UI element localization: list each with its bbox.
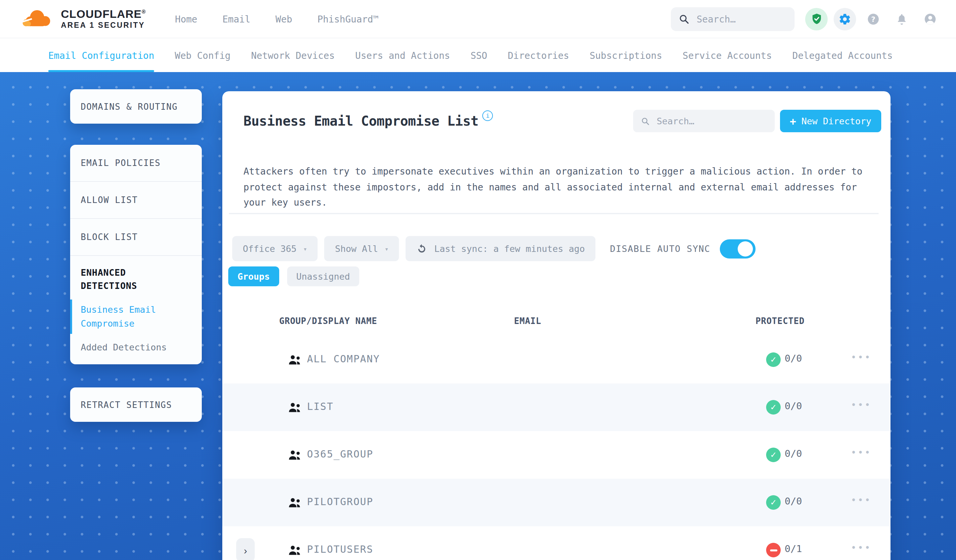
table-header: GROUP/DISPLAY NAME EMAIL PROTECTED xyxy=(222,314,890,336)
protected-count: 0/0 xyxy=(785,401,802,411)
filter-controls: Office 365 ▾ Show All ▾ Last sync: a few… xyxy=(232,236,880,261)
brand-name: CLOUDFLARE® xyxy=(61,8,146,20)
config-tab[interactable]: Service Accounts xyxy=(683,38,772,72)
enhanced-detections-title[interactable]: ENHANCED DETECTIONS xyxy=(70,266,177,292)
group-name: O365_GROUP xyxy=(307,448,373,460)
table-row[interactable]: › PILOTGROUP xyxy=(222,479,890,526)
primary-nav: HomeEmailWebPhishGuard™ xyxy=(175,14,379,24)
row-actions-ellipsis-icon[interactable]: ••• xyxy=(851,399,872,410)
check-icon: ✓ xyxy=(770,355,777,364)
last-sync-status[interactable]: Last sync: a few minutes ago xyxy=(406,236,596,261)
sidebar-item-email-policies[interactable]: EMAIL POLICIES xyxy=(70,145,202,181)
column-header-group-name: GROUP/DISPLAY NAME xyxy=(279,316,377,326)
config-tab[interactable]: Network Devices xyxy=(251,38,335,72)
sidebar-item-allow-list[interactable]: ALLOW LIST xyxy=(70,181,202,218)
auto-sync-toggle[interactable] xyxy=(720,239,755,258)
sidebar-item-retract-settings[interactable]: RETRACT SETTINGS xyxy=(70,387,202,422)
sidebar-policies-card: EMAIL POLICIES ALLOW LIST BLOCK LIST ENH… xyxy=(70,145,202,364)
config-tab[interactable]: SSO xyxy=(470,38,487,72)
sidebar-item-added-detections[interactable]: Added Detections xyxy=(70,342,202,352)
svg-text:?: ? xyxy=(871,15,876,23)
header-actions: ? xyxy=(805,8,942,30)
config-tab[interactable]: Delegated Accounts xyxy=(792,38,893,72)
column-header-email: EMAIL xyxy=(514,316,541,326)
row-actions-ellipsis-icon[interactable]: ••• xyxy=(851,542,872,553)
help-icon[interactable]: ? xyxy=(862,8,885,30)
group-name: ALL COMPANY xyxy=(307,353,380,365)
protected-count: 0/0 xyxy=(785,353,802,364)
global-search-input[interactable] xyxy=(695,13,787,25)
search-icon xyxy=(641,116,649,126)
global-search[interactable] xyxy=(671,7,794,31)
protected-status-icon: ✓ xyxy=(766,352,781,367)
protected-status-icon: ✓ xyxy=(766,495,781,510)
chevron-down-icon: ▾ xyxy=(385,245,389,252)
auto-sync-label: DISABLE AUTO SYNC xyxy=(610,243,711,254)
group-people-icon xyxy=(288,355,302,368)
view-tab[interactable]: Groups xyxy=(228,267,279,286)
settings-gear-icon[interactable] xyxy=(833,8,856,30)
group-people-icon xyxy=(288,450,302,463)
check-icon: ✓ xyxy=(770,403,777,412)
protected-status-icon: ✓ xyxy=(766,448,781,462)
primary-nav-item[interactable]: Home xyxy=(175,14,197,24)
protected-status-icon: ✓ xyxy=(766,400,781,414)
sidebar-item-business-email-compromise[interactable]: Business Email Compromise xyxy=(70,301,202,332)
group-name: LIST xyxy=(307,401,333,413)
config-tab[interactable]: Email Configuration xyxy=(48,38,154,72)
search-icon xyxy=(679,14,689,24)
user-account-icon[interactable] xyxy=(919,8,942,30)
primary-nav-item[interactable]: Email xyxy=(222,14,250,24)
notifications-bell-icon[interactable] xyxy=(890,8,913,30)
panel-search-input[interactable] xyxy=(655,115,766,127)
row-actions-ellipsis-icon[interactable]: ••• xyxy=(851,352,872,362)
group-name: PILOTUSERS xyxy=(307,543,373,555)
group-people-icon xyxy=(288,497,302,510)
info-icon[interactable]: i xyxy=(482,110,493,121)
plus-icon: + xyxy=(789,115,796,127)
expand-chevron-icon[interactable]: › xyxy=(236,538,255,560)
group-name: PILOTGROUP xyxy=(307,496,373,508)
minus-icon xyxy=(770,549,777,551)
cloudflare-cloud-icon xyxy=(19,6,54,31)
panel-header: Business Email Compromise List i + New D… xyxy=(244,108,881,133)
table-row[interactable]: › PILOTUSERS xyxy=(222,526,890,560)
config-tab[interactable]: Directories xyxy=(508,38,569,72)
config-tab[interactable]: Users and Actions xyxy=(355,38,450,72)
brand-subtitle: AREA 1 SECURITY xyxy=(61,22,146,30)
registered-mark: ® xyxy=(142,9,146,14)
sidebar-item-domains-routing[interactable]: DOMAINS & ROUTING xyxy=(70,89,202,124)
protected-count: 0/1 xyxy=(785,543,802,554)
page-description: Attackers often try to impersonate execu… xyxy=(244,164,877,210)
refresh-icon xyxy=(417,243,428,254)
panel-search[interactable] xyxy=(633,110,774,132)
groups-table: GROUP/DISPLAY NAME EMAIL PROTECTED › xyxy=(222,314,890,560)
table-row[interactable]: › ALL COMPANY xyxy=(222,336,890,383)
divider xyxy=(229,213,879,214)
config-tab[interactable]: Subscriptions xyxy=(590,38,662,72)
main-panel: Business Email Compromise List i + New D… xyxy=(222,91,890,560)
shield-check-icon[interactable] xyxy=(805,8,828,30)
show-filter-dropdown[interactable]: Show All ▾ xyxy=(324,236,399,261)
table-body: › ALL COMPANY xyxy=(222,336,890,560)
directory-filter-dropdown[interactable]: Office 365 ▾ xyxy=(232,236,318,261)
row-actions-ellipsis-icon[interactable]: ••• xyxy=(851,447,872,458)
protected-count: 0/0 xyxy=(785,448,802,459)
protected-count: 0/0 xyxy=(785,496,802,507)
view-tab[interactable]: Unassigned xyxy=(287,267,360,286)
new-directory-button[interactable]: + New Directory xyxy=(780,110,881,132)
config-tab[interactable]: Web Config xyxy=(175,38,231,72)
sidebar-item-block-list[interactable]: BLOCK LIST xyxy=(70,218,202,255)
primary-nav-item[interactable]: Web xyxy=(275,14,292,24)
row-actions-ellipsis-icon[interactable]: ••• xyxy=(851,494,872,505)
brand-logo[interactable]: CLOUDFLARE® AREA 1 SECURITY xyxy=(19,6,146,31)
sidebar-section-enhanced-detections: ENHANCED DETECTIONS Business Email Compr… xyxy=(70,255,202,364)
group-people-icon xyxy=(288,402,302,415)
check-icon: ✓ xyxy=(770,450,777,460)
check-icon: ✓ xyxy=(770,498,777,507)
primary-nav-item[interactable]: PhishGuard™ xyxy=(317,14,379,24)
table-row[interactable]: › LIST xyxy=(222,383,890,431)
config-tabbar: Email ConfigurationWeb ConfigNetwork Dev… xyxy=(0,38,956,72)
page-title: Business Email Compromise List xyxy=(244,113,478,129)
table-row[interactable]: › O365_GROUP xyxy=(222,431,890,479)
